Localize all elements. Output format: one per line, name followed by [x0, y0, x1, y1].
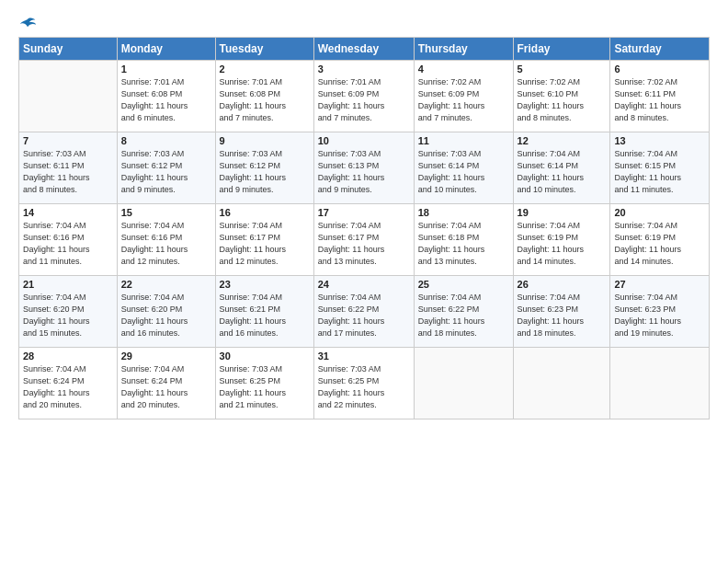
- day-detail: Sunrise: 7:03 AMSunset: 6:11 PMDaylight:…: [23, 148, 113, 196]
- col-header-sunday: Sunday: [19, 38, 118, 61]
- day-number: 23: [220, 279, 310, 290]
- day-detail: Sunrise: 7:03 AMSunset: 6:12 PMDaylight:…: [220, 148, 310, 196]
- day-number: 29: [121, 350, 211, 362]
- day-number: 17: [318, 207, 410, 218]
- day-detail: Sunrise: 7:04 AMSunset: 6:20 PMDaylight:…: [23, 292, 113, 339]
- day-detail: Sunrise: 7:03 AMSunset: 6:13 PMDaylight:…: [318, 148, 410, 196]
- calendar-cell: 27Sunrise: 7:04 AMSunset: 6:23 PMDayligh…: [610, 276, 710, 348]
- day-number: 1: [121, 63, 211, 75]
- col-header-thursday: Thursday: [414, 38, 513, 61]
- calendar-cell: 19Sunrise: 7:04 AMSunset: 6:19 PMDayligh…: [513, 204, 610, 276]
- day-number: 21: [23, 279, 113, 290]
- day-number: 10: [318, 135, 410, 146]
- day-number: 3: [318, 63, 410, 75]
- day-number: 12: [518, 135, 607, 146]
- day-detail: Sunrise: 7:01 AMSunset: 6:08 PMDaylight:…: [220, 76, 310, 124]
- day-number: 20: [614, 207, 705, 218]
- day-detail: Sunrise: 7:04 AMSunset: 6:16 PMDaylight:…: [121, 220, 211, 268]
- day-number: 31: [318, 350, 410, 362]
- day-detail: Sunrise: 7:02 AMSunset: 6:10 PMDaylight:…: [518, 76, 607, 124]
- day-number: 11: [418, 135, 509, 146]
- day-number: 16: [220, 207, 310, 218]
- page: SundayMondayTuesdayWednesdayThursdayFrid…: [0, 0, 728, 563]
- day-number: 25: [418, 279, 509, 290]
- day-detail: Sunrise: 7:04 AMSunset: 6:22 PMDaylight:…: [418, 292, 509, 339]
- day-number: 27: [614, 279, 705, 290]
- calendar-cell: [414, 348, 513, 419]
- calendar-cell: 23Sunrise: 7:04 AMSunset: 6:21 PMDayligh…: [215, 276, 313, 348]
- day-number: 6: [614, 63, 705, 75]
- day-detail: Sunrise: 7:04 AMSunset: 6:19 PMDaylight:…: [518, 220, 607, 268]
- calendar-cell: 9Sunrise: 7:03 AMSunset: 6:12 PMDaylight…: [215, 132, 313, 204]
- logo: [18, 15, 37, 29]
- day-number: 4: [418, 63, 509, 75]
- day-detail: Sunrise: 7:04 AMSunset: 6:24 PMDaylight:…: [23, 363, 113, 411]
- calendar-cell: 22Sunrise: 7:04 AMSunset: 6:20 PMDayligh…: [117, 276, 215, 348]
- calendar-cell: 5Sunrise: 7:02 AMSunset: 6:10 PMDaylight…: [513, 61, 610, 132]
- day-detail: Sunrise: 7:04 AMSunset: 6:17 PMDaylight:…: [220, 220, 310, 268]
- day-detail: Sunrise: 7:04 AMSunset: 6:16 PMDaylight:…: [23, 220, 113, 268]
- calendar-cell: 1Sunrise: 7:01 AMSunset: 6:08 PMDaylight…: [117, 61, 215, 132]
- calendar-cell: 18Sunrise: 7:04 AMSunset: 6:18 PMDayligh…: [414, 204, 513, 276]
- day-detail: Sunrise: 7:04 AMSunset: 6:18 PMDaylight:…: [418, 220, 509, 268]
- day-number: 8: [121, 135, 211, 146]
- day-number: 30: [220, 350, 310, 362]
- day-number: 7: [23, 135, 113, 146]
- calendar-cell: 8Sunrise: 7:03 AMSunset: 6:12 PMDaylight…: [117, 132, 215, 204]
- day-number: 28: [23, 350, 113, 362]
- calendar-cell: [19, 61, 118, 132]
- calendar-cell: [610, 348, 710, 419]
- day-number: 22: [121, 279, 211, 290]
- day-detail: Sunrise: 7:01 AMSunset: 6:08 PMDaylight:…: [121, 76, 211, 124]
- day-detail: Sunrise: 7:04 AMSunset: 6:23 PMDaylight:…: [614, 292, 705, 339]
- day-number: 15: [121, 207, 211, 218]
- day-detail: Sunrise: 7:04 AMSunset: 6:20 PMDaylight:…: [121, 292, 211, 339]
- day-number: 14: [23, 207, 113, 218]
- day-number: 26: [518, 279, 607, 290]
- calendar-cell: 28Sunrise: 7:04 AMSunset: 6:24 PMDayligh…: [19, 348, 118, 419]
- calendar-cell: 24Sunrise: 7:04 AMSunset: 6:22 PMDayligh…: [313, 276, 414, 348]
- calendar-cell: 31Sunrise: 7:03 AMSunset: 6:25 PMDayligh…: [313, 348, 414, 419]
- calendar-cell: 29Sunrise: 7:04 AMSunset: 6:24 PMDayligh…: [117, 348, 215, 419]
- header-row: [18, 15, 710, 29]
- calendar-cell: 10Sunrise: 7:03 AMSunset: 6:13 PMDayligh…: [313, 132, 414, 204]
- calendar-cell: 16Sunrise: 7:04 AMSunset: 6:17 PMDayligh…: [215, 204, 313, 276]
- calendar-cell: 4Sunrise: 7:02 AMSunset: 6:09 PMDaylight…: [414, 61, 513, 132]
- day-detail: Sunrise: 7:04 AMSunset: 6:23 PMDaylight:…: [518, 292, 607, 339]
- day-detail: Sunrise: 7:03 AMSunset: 6:25 PMDaylight:…: [220, 363, 310, 411]
- calendar-cell: 3Sunrise: 7:01 AMSunset: 6:09 PMDaylight…: [313, 61, 414, 132]
- day-number: 18: [418, 207, 509, 218]
- col-header-tuesday: Tuesday: [215, 38, 313, 61]
- day-detail: Sunrise: 7:04 AMSunset: 6:17 PMDaylight:…: [318, 220, 410, 268]
- day-detail: Sunrise: 7:03 AMSunset: 6:14 PMDaylight:…: [418, 148, 509, 196]
- day-detail: Sunrise: 7:04 AMSunset: 6:22 PMDaylight:…: [318, 292, 410, 339]
- day-detail: Sunrise: 7:04 AMSunset: 6:15 PMDaylight:…: [614, 148, 705, 196]
- calendar-cell: 21Sunrise: 7:04 AMSunset: 6:20 PMDayligh…: [19, 276, 118, 348]
- calendar-cell: 30Sunrise: 7:03 AMSunset: 6:25 PMDayligh…: [215, 348, 313, 419]
- day-detail: Sunrise: 7:02 AMSunset: 6:11 PMDaylight:…: [614, 76, 705, 124]
- day-detail: Sunrise: 7:04 AMSunset: 6:19 PMDaylight:…: [614, 220, 705, 268]
- day-number: 9: [220, 135, 310, 146]
- calendar-cell: 14Sunrise: 7:04 AMSunset: 6:16 PMDayligh…: [19, 204, 118, 276]
- day-detail: Sunrise: 7:03 AMSunset: 6:12 PMDaylight:…: [121, 148, 211, 196]
- col-header-monday: Monday: [117, 38, 215, 61]
- calendar-cell: 17Sunrise: 7:04 AMSunset: 6:17 PMDayligh…: [313, 204, 414, 276]
- day-detail: Sunrise: 7:03 AMSunset: 6:25 PMDaylight:…: [318, 363, 410, 411]
- calendar-cell: 26Sunrise: 7:04 AMSunset: 6:23 PMDayligh…: [513, 276, 610, 348]
- calendar-cell: 20Sunrise: 7:04 AMSunset: 6:19 PMDayligh…: [610, 204, 710, 276]
- calendar-cell: 13Sunrise: 7:04 AMSunset: 6:15 PMDayligh…: [610, 132, 710, 204]
- logo-bird-icon: [18, 15, 37, 33]
- day-detail: Sunrise: 7:04 AMSunset: 6:14 PMDaylight:…: [518, 148, 607, 196]
- calendar-cell: 25Sunrise: 7:04 AMSunset: 6:22 PMDayligh…: [414, 276, 513, 348]
- calendar-cell: 11Sunrise: 7:03 AMSunset: 6:14 PMDayligh…: [414, 132, 513, 204]
- day-number: 5: [518, 63, 607, 75]
- day-detail: Sunrise: 7:01 AMSunset: 6:09 PMDaylight:…: [318, 76, 410, 124]
- calendar-cell: 15Sunrise: 7:04 AMSunset: 6:16 PMDayligh…: [117, 204, 215, 276]
- calendar-cell: 12Sunrise: 7:04 AMSunset: 6:14 PMDayligh…: [513, 132, 610, 204]
- day-number: 19: [518, 207, 607, 218]
- col-header-wednesday: Wednesday: [313, 38, 414, 61]
- day-number: 2: [220, 63, 310, 75]
- col-header-friday: Friday: [513, 38, 610, 61]
- calendar-cell: 2Sunrise: 7:01 AMSunset: 6:08 PMDaylight…: [215, 61, 313, 132]
- col-header-saturday: Saturday: [610, 38, 710, 61]
